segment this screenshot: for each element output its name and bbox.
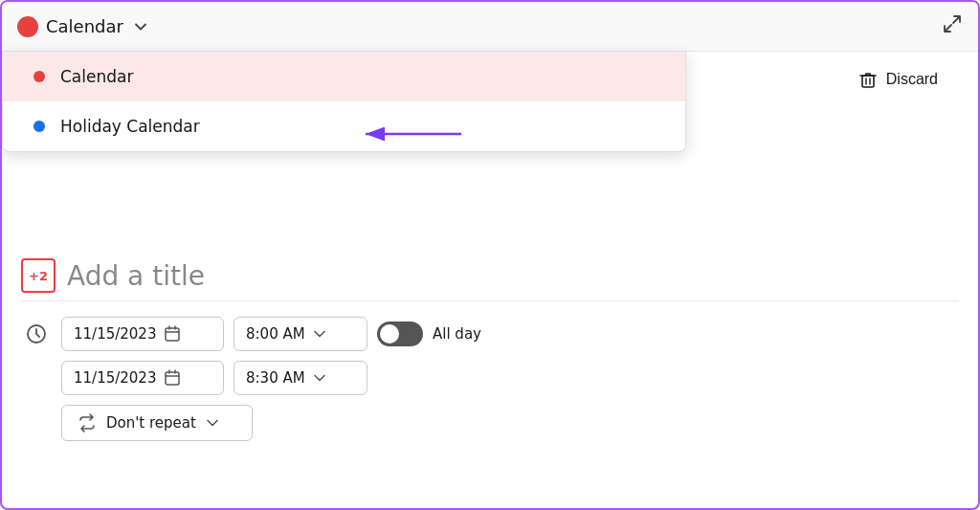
svg-rect-1 <box>862 76 874 87</box>
discard-button[interactable]: Discard <box>846 63 949 96</box>
title-bar-left: Calendar <box>17 16 150 37</box>
holiday-dot-blue <box>33 121 45 132</box>
expand-icon[interactable] <box>942 13 963 39</box>
clock-icon <box>21 319 52 349</box>
chevron-start-time-icon <box>313 327 326 341</box>
svg-rect-5 <box>166 328 179 341</box>
allday-label: All day <box>433 325 481 343</box>
title-chevron-icon[interactable] <box>131 17 150 36</box>
plus2-text: +2 <box>29 269 48 283</box>
title-bar: Calendar <box>2 2 978 52</box>
trash-icon <box>858 69 879 90</box>
repeat-row: Don't repeat <box>21 405 959 441</box>
start-time-text: 8:00 AM <box>246 325 305 343</box>
chevron-repeat-icon <box>206 416 219 430</box>
plus2-badge: +2 <box>21 258 56 293</box>
allday-toggle[interactable] <box>377 322 423 346</box>
event-title-area: +2 Add a title <box>2 243 978 300</box>
start-date-text: 11/15/2023 <box>74 325 156 343</box>
end-date-field[interactable]: 11/15/2023 <box>61 361 224 395</box>
dropdown-item-calendar[interactable]: Calendar <box>3 52 685 101</box>
datetime-section: 11/15/2023 8:00 AM All day <box>2 301 978 456</box>
calendar-dot-icon <box>17 16 38 37</box>
calendar-end-icon <box>164 369 181 387</box>
end-datetime-row: 11/15/2023 8:30 AM <box>21 361 959 395</box>
dropdown-item-holiday[interactable]: Holiday Calendar <box>3 101 685 151</box>
calendar-start-icon <box>164 325 181 343</box>
repeat-icon <box>78 413 97 432</box>
chevron-end-time-icon <box>313 371 326 385</box>
svg-rect-6 <box>166 372 179 385</box>
app-window: Calendar Calendar Holiday Calendar <box>0 0 980 510</box>
calendar-dot-red <box>33 71 45 82</box>
window-title: Calendar <box>46 16 123 36</box>
toggle-knob <box>380 324 399 344</box>
end-time-field[interactable]: 8:30 AM <box>234 361 368 395</box>
end-date-text: 11/15/2023 <box>74 369 156 387</box>
holiday-item-label: Holiday Calendar <box>60 117 200 136</box>
start-time-field[interactable]: 8:00 AM <box>234 317 368 351</box>
allday-toggle-container: All day <box>377 322 481 346</box>
discard-row: Discard <box>827 52 969 107</box>
start-date-field[interactable]: 11/15/2023 <box>61 317 224 351</box>
end-time-text: 8:30 AM <box>246 369 305 387</box>
repeat-field[interactable]: Don't repeat <box>61 405 253 441</box>
discard-label: Discard <box>886 71 938 88</box>
title-placeholder[interactable]: Add a title <box>67 260 205 292</box>
repeat-text: Don't repeat <box>106 414 196 432</box>
calendar-item-label: Calendar <box>60 67 133 86</box>
start-datetime-row: 11/15/2023 8:00 AM All day <box>21 317 959 351</box>
calendar-dropdown: Calendar Holiday Calendar <box>2 52 686 152</box>
